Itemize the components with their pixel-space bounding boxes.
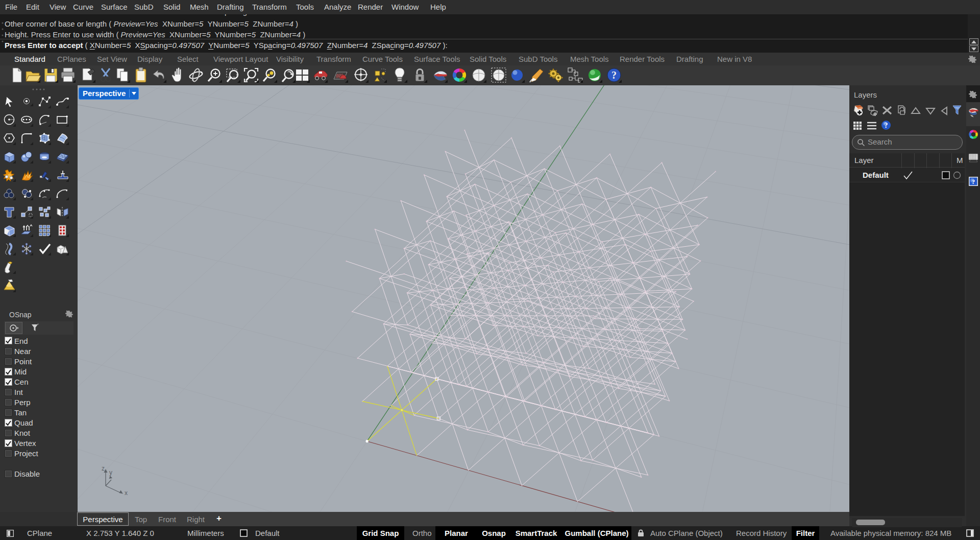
svg-text:y: y: [109, 469, 112, 476]
svg-text:z: z: [102, 465, 105, 472]
svg-text:?: ?: [885, 122, 888, 129]
svg-text:?: ?: [972, 178, 975, 185]
svg-text:?: ?: [611, 69, 617, 81]
svg-text:x: x: [125, 489, 128, 497]
